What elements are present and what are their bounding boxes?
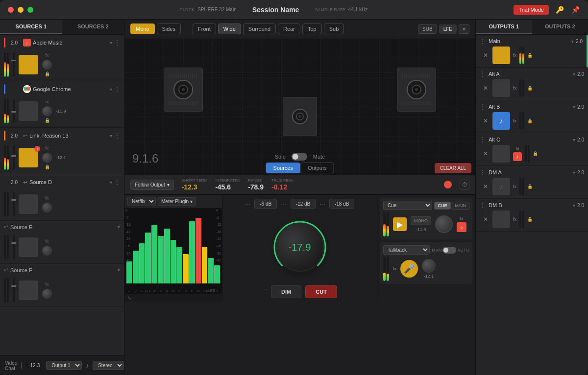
output-header: ⋮ DM B ▾ 2.0 <box>480 202 584 209</box>
chevron-down-icon[interactable]: ▾ <box>110 133 112 139</box>
chevron-down-icon[interactable]: ▾ <box>573 104 575 110</box>
mono-button[interactable]: MONO <box>411 216 431 225</box>
key-icon[interactable]: 🔑 <box>555 5 564 15</box>
follow-output-button[interactable]: Follow Output ▾ <box>130 180 174 190</box>
dots-icon[interactable]: ··· <box>262 285 267 298</box>
source-name: Source F <box>10 267 116 273</box>
chevron-down-icon[interactable]: ▾ <box>118 224 120 230</box>
sub-toggle[interactable]: SUB <box>418 24 437 34</box>
pin-icon[interactable]: 📌 <box>570 5 580 15</box>
spec-bar <box>202 247 208 284</box>
mono-button[interactable]: Mono <box>130 23 155 34</box>
maximize-button[interactable] <box>27 7 33 13</box>
pan-knob[interactable] <box>42 153 52 163</box>
link-speakers-button[interactable]: ✕ <box>459 24 469 34</box>
rear-button[interactable]: Rear <box>278 23 300 34</box>
more-options-icon[interactable]: ⋮ <box>114 132 120 139</box>
sources-tab-1[interactable]: SOURCES 1 <box>0 20 62 34</box>
minus12db-button[interactable]: -12 dB <box>291 199 316 209</box>
main-toggle-button[interactable]: MAIN <box>452 202 470 210</box>
dots-icon[interactable]: ··· <box>281 200 287 208</box>
expand-icon[interactable]: ⤡ <box>127 295 131 301</box>
more-options-icon[interactable]: ⋮ <box>480 202 486 209</box>
chevron-down-icon[interactable]: ▾ <box>573 170 575 175</box>
meter-plugin-button[interactable]: Meter Plugin ▾ <box>158 197 196 206</box>
fader-track[interactable] <box>13 235 15 259</box>
source-select[interactable]: Netflix <box>127 197 156 206</box>
minimize-button[interactable] <box>18 7 24 13</box>
sources-tab[interactable]: Sources <box>266 163 300 173</box>
more-options-icon[interactable]: ⋮ <box>480 136 486 143</box>
chevron-down-icon[interactable]: ▾ <box>573 203 575 208</box>
clear-all-button[interactable]: CLEAR ALL <box>435 163 471 173</box>
chevron-down-icon[interactable]: ▾ <box>573 137 575 142</box>
pan-knob[interactable] <box>42 60 52 70</box>
more-options-icon[interactable]: ⋮ <box>114 86 120 93</box>
outputs-tab-1[interactable]: OUTPUTS 1 <box>476 20 532 34</box>
mic-button[interactable]: 🎤 <box>400 260 418 278</box>
pan-knob[interactable] <box>42 246 52 256</box>
pan-knob[interactable] <box>42 106 52 116</box>
trial-mode-button[interactable]: Trial Mode <box>514 5 549 15</box>
top-button[interactable]: Top <box>302 23 322 34</box>
lfe-toggle[interactable]: LFE <box>439 24 457 34</box>
clock-label: CLOCK <box>179 7 195 12</box>
cut-button[interactable]: CUT <box>305 285 337 298</box>
solo-toggle[interactable] <box>292 153 307 161</box>
output-select[interactable]: Output 1 <box>46 361 82 370</box>
outputs-tab-2[interactable]: OUTPUTS 2 <box>532 20 588 34</box>
source-header: Google Chrome ▾ ⋮ <box>0 81 124 97</box>
history-button[interactable]: ⏱ <box>460 180 469 189</box>
fader-track[interactable] <box>13 99 15 123</box>
chevron-down-icon[interactable]: ▾ <box>110 40 112 46</box>
chevron-down-icon[interactable]: ▾ <box>573 71 575 77</box>
chevron-down-icon[interactable]: ▾ <box>571 39 574 44</box>
source-header[interactable]: ↩ Source E ▾ <box>0 221 124 233</box>
speaker-inner <box>178 85 188 94</box>
wide-button[interactable]: Wide <box>218 23 241 34</box>
dots-icon[interactable]: ··· <box>245 200 251 208</box>
chevron-down-icon[interactable]: ▾ <box>110 180 112 185</box>
video-chat-knob[interactable] <box>21 362 22 370</box>
close-button[interactable] <box>8 7 14 13</box>
outputs-tab[interactable]: Outputs <box>300 163 334 173</box>
more-options-icon[interactable]: ⋮ <box>480 70 486 77</box>
more-options-icon[interactable]: ⋮ <box>480 103 486 110</box>
sample-rate-info: SAMPLE RATE 44.1 kHz <box>315 7 368 12</box>
minus18db-button[interactable]: -18 dB <box>329 199 354 209</box>
talkback-toggle[interactable] <box>442 247 456 254</box>
talkback-knob[interactable] <box>422 259 436 273</box>
surround-button[interactable]: Surround <box>243 23 276 34</box>
record-button[interactable] <box>444 181 452 188</box>
front-button[interactable]: Front <box>193 23 216 34</box>
dots-icon[interactable]: ··· <box>319 200 325 208</box>
pan-knob[interactable] <box>42 289 52 299</box>
left-speaker[interactable] <box>164 68 203 112</box>
sources-tab-2[interactable]: SOURCES 2 <box>62 20 124 34</box>
fader-track[interactable] <box>13 278 15 303</box>
right-speaker[interactable] <box>397 68 436 112</box>
cue-toggle-button[interactable]: CUE <box>434 202 450 210</box>
stereo-select[interactable]: Stereo <box>93 361 124 370</box>
more-options-icon[interactable]: ⋮ <box>114 39 120 46</box>
fader-track[interactable] <box>13 192 15 216</box>
cue-select[interactable]: Cue <box>383 201 432 210</box>
cue-knob[interactable] <box>435 215 453 233</box>
more-options-icon[interactable]: ⋮ <box>480 38 486 45</box>
pan-knob[interactable] <box>42 203 52 212</box>
dim-button[interactable]: DIM <box>271 285 301 298</box>
fader-track[interactable] <box>13 52 15 77</box>
fader-track[interactable] <box>13 145 15 170</box>
sub-button[interactable]: Sub <box>324 23 344 34</box>
cross-icon: ✕ <box>482 183 490 190</box>
sides-button[interactable]: Sides <box>157 23 181 34</box>
source-header[interactable]: ↩ Source F ▾ <box>0 264 124 276</box>
chevron-down-icon[interactable]: ▾ <box>118 267 120 273</box>
minus6db-button[interactable]: -6 dB <box>254 199 277 209</box>
more-options-icon[interactable]: ⋮ <box>480 169 486 176</box>
talkback-select[interactable]: Talkback <box>383 245 430 255</box>
chevron-down-icon[interactable]: ▾ <box>110 87 112 92</box>
center-speaker[interactable] <box>283 97 317 136</box>
source-thumbnail <box>19 101 38 121</box>
more-options-icon[interactable]: ⋮ <box>114 179 120 186</box>
